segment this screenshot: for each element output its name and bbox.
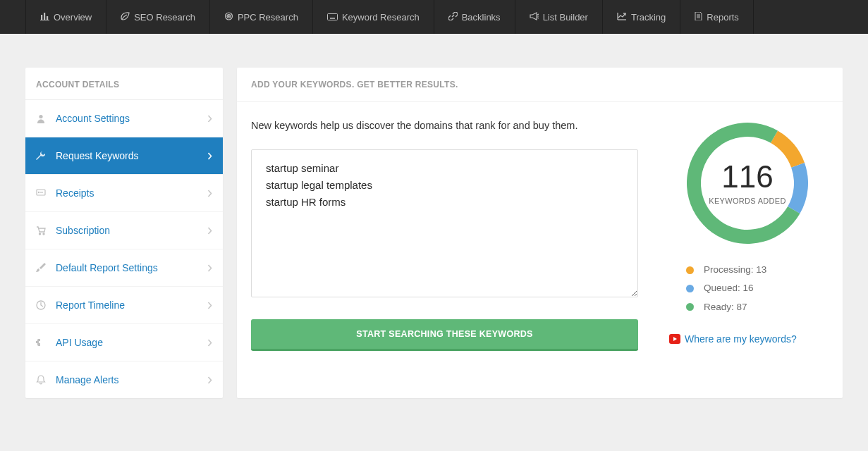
leaf-icon — [121, 12, 130, 23]
nav-seo-research[interactable]: SEO Research — [106, 0, 210, 34]
keyboard-icon — [327, 12, 338, 23]
nav-label: PPC Research — [238, 12, 298, 23]
sidebar-item-subscription[interactable]: Subscription — [25, 212, 223, 249]
chevron-right-icon — [207, 190, 212, 197]
svg-rect-1 — [41, 15, 42, 20]
link-icon — [448, 12, 458, 23]
status-item: Queued: 16 — [686, 279, 829, 297]
nav-ppc-research[interactable]: PPC Research — [210, 0, 313, 34]
content: ACCOUNT DETAILS Account Settings Request… — [0, 34, 868, 424]
user-icon — [36, 113, 50, 123]
chevron-right-icon — [207, 376, 212, 384]
nav-label: Keyword Research — [342, 12, 420, 23]
sidebar-item-label: Request Keywords — [56, 150, 207, 161]
sidebar-item-report-timeline[interactable]: Report Timeline — [25, 287, 223, 324]
status-text: Processing: 13 — [704, 261, 766, 279]
bell-icon — [36, 375, 50, 385]
megaphone-icon — [530, 12, 539, 23]
svg-rect-7 — [327, 13, 337, 20]
sidebar-item-manage-alerts[interactable]: Manage Alerts — [25, 362, 223, 398]
bar-chart-icon — [40, 12, 49, 23]
svg-point-19 — [43, 233, 44, 235]
top-nav: Overview SEO Research PPC Research Keywo… — [0, 0, 868, 34]
sidebar-item-label: Report Timeline — [56, 299, 207, 311]
help-row: Where are my keywords? — [669, 333, 829, 345]
nav-overview[interactable]: Overview — [25, 0, 106, 34]
youtube-icon — [669, 334, 680, 344]
chevron-right-icon — [207, 152, 212, 160]
sidebar-item-label: Receipts — [56, 187, 207, 199]
status-dot-icon — [686, 303, 694, 311]
intro-text: New keywords help us discover the domain… — [251, 120, 638, 131]
chevron-right-icon — [207, 302, 212, 309]
brush-icon — [36, 263, 50, 273]
status-dot-icon — [686, 285, 694, 292]
nav-label: Overview — [54, 12, 92, 23]
main-header: ADD YOUR KEYWORDS. GET BETTER RESULTS. — [237, 68, 843, 102]
sidebar-item-receipts[interactable]: Receipts — [25, 175, 223, 212]
status-text: Queued: 16 — [704, 279, 754, 297]
status-item: Processing: 13 — [686, 261, 829, 279]
sidebar-item-request-keywords[interactable]: Request Keywords — [25, 137, 223, 175]
right-column: 116 KEYWORDS ADDED Processing: 13Queued:… — [666, 120, 829, 351]
nav-reports[interactable]: Reports — [680, 0, 754, 34]
nav-list-builder[interactable]: List Builder — [515, 0, 603, 34]
sidebar: ACCOUNT DETAILS Account Settings Request… — [25, 68, 223, 398]
svg-rect-2 — [44, 13, 45, 20]
nav-label: Backlinks — [462, 12, 501, 23]
svg-point-16 — [38, 192, 39, 192]
line-chart-icon — [617, 12, 627, 23]
donut-value: 116 — [721, 161, 773, 192]
status-item: Ready: 87 — [686, 298, 829, 316]
nav-backlinks[interactable]: Backlinks — [434, 0, 515, 34]
status-dot-icon — [686, 266, 694, 274]
nav-tracking[interactable]: Tracking — [603, 0, 680, 34]
svg-rect-3 — [47, 16, 48, 20]
left-column: New keywords help us discover the domain… — [251, 120, 638, 351]
keywords-textarea[interactable] — [251, 149, 638, 297]
help-link[interactable]: Where are my keywords? — [685, 333, 797, 345]
sidebar-item-default-report-settings[interactable]: Default Report Settings — [25, 249, 223, 287]
chevron-right-icon — [207, 227, 212, 235]
nav-keyword-research[interactable]: Keyword Research — [313, 0, 434, 34]
svg-point-6 — [228, 16, 230, 17]
main-panel: ADD YOUR KEYWORDS. GET BETTER RESULTS. N… — [237, 68, 843, 398]
clock-icon — [36, 300, 50, 310]
target-icon — [224, 12, 233, 23]
nav-label: SEO Research — [134, 12, 195, 23]
sidebar-header: ACCOUNT DETAILS — [25, 68, 223, 100]
svg-rect-0 — [40, 20, 49, 20]
keywords-donut-chart: 116 KEYWORDS ADDED — [684, 120, 811, 247]
status-list: Processing: 13Queued: 16Ready: 87 — [666, 261, 829, 316]
donut-label: KEYWORDS ADDED — [709, 197, 786, 205]
status-text: Ready: 87 — [704, 298, 747, 316]
wrench-icon — [36, 151, 50, 161]
nav-label: Reports — [707, 12, 739, 23]
svg-point-14 — [39, 115, 42, 118]
sidebar-item-label: Default Report Settings — [56, 262, 207, 273]
sidebar-item-label: Manage Alerts — [56, 374, 207, 385]
code-icon — [36, 338, 50, 347]
nav-label: Tracking — [631, 12, 666, 23]
svg-point-18 — [39, 233, 41, 235]
chevron-right-icon — [207, 339, 212, 347]
sidebar-item-label: API Usage — [56, 337, 207, 348]
sidebar-item-label: Subscription — [56, 225, 207, 236]
sidebar-item-api-usage[interactable]: API Usage — [25, 324, 223, 362]
file-icon — [695, 12, 702, 23]
cart-icon — [36, 226, 50, 235]
receipt-icon — [36, 189, 50, 197]
chevron-right-icon — [207, 115, 212, 123]
main-body: New keywords help us discover the domain… — [237, 102, 843, 372]
sidebar-item-account-settings[interactable]: Account Settings — [25, 100, 223, 137]
nav-label: List Builder — [543, 12, 588, 23]
chevron-right-icon — [207, 264, 212, 272]
start-searching-button[interactable]: START SEARCHING THESE KEYWORDS — [251, 319, 638, 351]
sidebar-item-label: Account Settings — [56, 113, 207, 124]
